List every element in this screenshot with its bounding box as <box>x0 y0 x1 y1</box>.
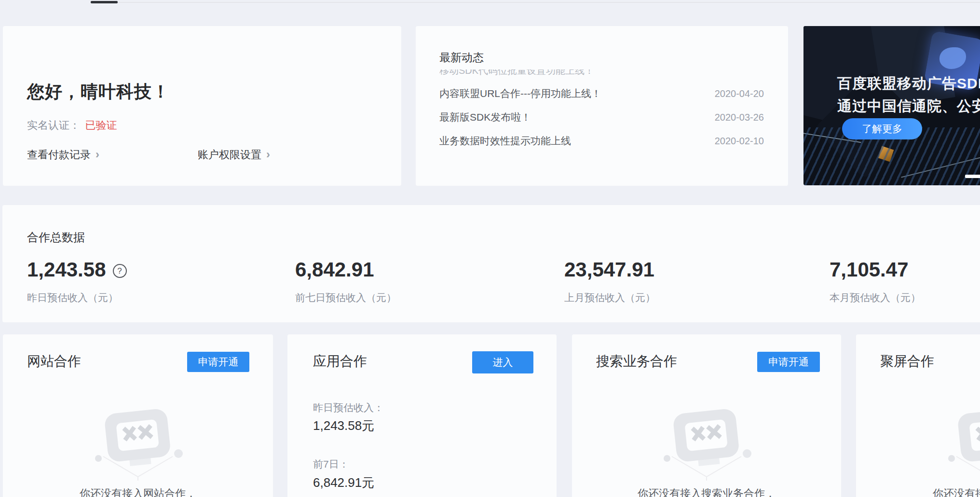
news-item-date: 2020-02-10 <box>715 136 764 147</box>
account-permission-link[interactable]: 账户权限设置› <box>198 148 270 162</box>
news-item-date: 2020-04-20 <box>715 88 764 99</box>
news-card: 最新动态 移动SDK代码位批量设置功能上线！ 内容联盟URL合作---停用功能上… <box>416 26 788 186</box>
chevron-right-icon: › <box>266 148 270 161</box>
news-item-text: 最新版SDK发布啦！ <box>439 110 531 124</box>
banner-learn-more-button[interactable]: 了解更多 <box>842 118 922 139</box>
promo-banner[interactable]: 百度联盟移动广告SDK 通过中国信通院、公安部 了解更多 <box>803 26 980 185</box>
stat-label-yesterday: 昨日预估收入（元） <box>27 291 127 304</box>
stat-label-this-month: 本月预估收入（元） <box>830 291 921 304</box>
stats-section-title: 合作总数据 <box>27 230 85 245</box>
search-coop-title: 搜索业务合作 <box>596 352 677 371</box>
app-coop-title: 应用合作 <box>313 352 367 371</box>
active-tab-underline[interactable] <box>91 1 118 3</box>
app-7days-label: 前7日： <box>313 457 349 471</box>
website-coop-card: 网站合作 申请开通 你还没有接入网站合作， <box>3 334 273 497</box>
empty-tv-icon <box>90 400 186 483</box>
top-divider <box>91 2 980 3</box>
app-enter-button[interactable]: 进入 <box>472 351 533 373</box>
juping-coop-title: 聚屏合作 <box>880 352 934 371</box>
juping-empty-text: 你还没有接入聚屏合作， <box>856 486 980 497</box>
stat-label-last-month: 上月预估收入（元） <box>564 291 655 304</box>
stat-value-7days: 6,842.91 <box>295 258 374 281</box>
app-7days-value: 6,842.91元 <box>313 474 374 491</box>
stat-value-yesterday: 1,243.58 <box>27 258 106 281</box>
dashboard-page: 您好，晴叶科技！ 实名认证： 已验证 查看付款记录› 账户权限设置› 最新动态 … <box>0 0 980 497</box>
news-item-text: 业务数据时效性提示功能上线 <box>439 134 571 148</box>
stat-value-last-month: 23,547.91 <box>564 258 654 281</box>
news-item-text: 内容联盟URL合作---停用功能上线！ <box>439 87 601 100</box>
auth-label: 实名认证： <box>27 119 80 131</box>
juping-coop-card: 聚屏合作 你还没有接入聚屏合作， <box>856 334 980 497</box>
app-yesterday-value: 1,243.58元 <box>313 417 374 434</box>
payment-records-link[interactable]: 查看付款记录› <box>27 148 99 162</box>
news-card-title: 最新动态 <box>439 50 484 65</box>
empty-tv-icon <box>943 400 980 483</box>
stat-value-this-month: 7,105.47 <box>830 258 909 281</box>
help-circle-icon[interactable]: ? <box>113 264 127 278</box>
app-coop-card: 应用合作 进入 昨日预估收入： 1,243.58元 前7日： 6,842.91元 <box>287 334 557 497</box>
search-empty-text: 你还没有接入搜索业务合作， <box>572 486 841 497</box>
app-yesterday-label: 昨日预估收入： <box>313 401 384 414</box>
news-item-partial-text: 移动SDK代码位批量设置功能上线！ <box>439 69 764 77</box>
auth-status-badge: 已验证 <box>85 119 117 131</box>
website-empty-text: 你还没有接入网站合作， <box>3 486 273 497</box>
website-coop-title: 网站合作 <box>27 352 81 371</box>
news-item[interactable]: 内容联盟URL合作---停用功能上线！ 2020-04-20 <box>439 87 764 100</box>
search-coop-card: 搜索业务合作 申请开通 你还没有接入搜索业务合作， <box>572 334 841 497</box>
news-item[interactable]: 最新版SDK发布啦！ 2020-03-26 <box>439 110 764 124</box>
carousel-indicator[interactable] <box>965 175 980 178</box>
banner-headline-line2: 通过中国信通院、公安部 <box>837 97 980 116</box>
empty-tv-icon <box>658 400 755 483</box>
greeting-title: 您好，晴叶科技！ <box>27 80 170 104</box>
greeting-card: 您好，晴叶科技！ 实名认证： 已验证 查看付款记录› 账户权限设置› <box>3 26 401 186</box>
total-stats-card: 合作总数据 1,243.58? 昨日预估收入（元） 6,842.91 前七日预估… <box>2 205 980 322</box>
news-item-scrolling-partial[interactable]: 移动SDK代码位批量设置功能上线！ <box>439 69 764 78</box>
payment-records-label: 查看付款记录 <box>27 149 91 161</box>
chevron-right-icon: › <box>95 148 99 161</box>
stat-label-7days: 前七日预估收入（元） <box>295 291 396 304</box>
news-item[interactable]: 业务数据时效性提示功能上线 2020-02-10 <box>439 134 764 148</box>
search-apply-button[interactable]: 申请开通 <box>757 352 820 372</box>
banner-headline-line1: 百度联盟移动广告SDK <box>837 74 980 94</box>
account-permission-label: 账户权限设置 <box>198 149 261 161</box>
website-apply-button[interactable]: 申请开通 <box>187 352 249 372</box>
news-item-date: 2020-03-26 <box>715 112 764 123</box>
